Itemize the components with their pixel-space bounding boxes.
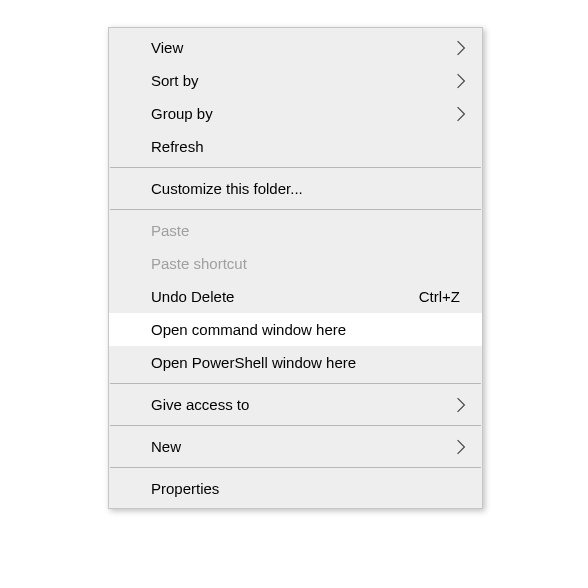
menu-item-paste: Paste	[109, 214, 482, 247]
chevron-right-icon	[454, 41, 468, 55]
menu-separator	[110, 425, 481, 426]
menu-label: Customize this folder...	[151, 180, 468, 197]
menu-label: Sort by	[151, 72, 454, 89]
chevron-right-icon	[454, 440, 468, 454]
context-menu: View Sort by Group by Refresh Customize …	[108, 27, 483, 509]
menu-item-refresh[interactable]: Refresh	[109, 130, 482, 163]
menu-label: Paste shortcut	[151, 255, 468, 272]
menu-separator	[110, 467, 481, 468]
menu-label: New	[151, 438, 454, 455]
menu-item-open-powershell-window[interactable]: Open PowerShell window here	[109, 346, 482, 379]
menu-label: Undo Delete	[151, 288, 419, 305]
menu-label: View	[151, 39, 454, 56]
menu-label: Open PowerShell window here	[151, 354, 468, 371]
menu-separator	[110, 383, 481, 384]
menu-label: Paste	[151, 222, 468, 239]
menu-item-sort-by[interactable]: Sort by	[109, 64, 482, 97]
menu-item-view[interactable]: View	[109, 31, 482, 64]
menu-separator	[110, 209, 481, 210]
menu-label: Give access to	[151, 396, 454, 413]
menu-item-new[interactable]: New	[109, 430, 482, 463]
chevron-right-icon	[454, 74, 468, 88]
menu-label: Open command window here	[151, 321, 468, 338]
menu-item-undo-delete[interactable]: Undo Delete Ctrl+Z	[109, 280, 482, 313]
chevron-right-icon	[454, 107, 468, 121]
menu-item-customize-folder[interactable]: Customize this folder...	[109, 172, 482, 205]
menu-shortcut: Ctrl+Z	[419, 288, 460, 305]
menu-item-group-by[interactable]: Group by	[109, 97, 482, 130]
menu-item-paste-shortcut: Paste shortcut	[109, 247, 482, 280]
menu-separator	[110, 167, 481, 168]
chevron-right-icon	[454, 398, 468, 412]
menu-label: Properties	[151, 480, 468, 497]
menu-label: Group by	[151, 105, 454, 122]
menu-label: Refresh	[151, 138, 468, 155]
menu-item-give-access-to[interactable]: Give access to	[109, 388, 482, 421]
menu-item-open-command-window[interactable]: Open command window here	[109, 313, 482, 346]
menu-item-properties[interactable]: Properties	[109, 472, 482, 505]
